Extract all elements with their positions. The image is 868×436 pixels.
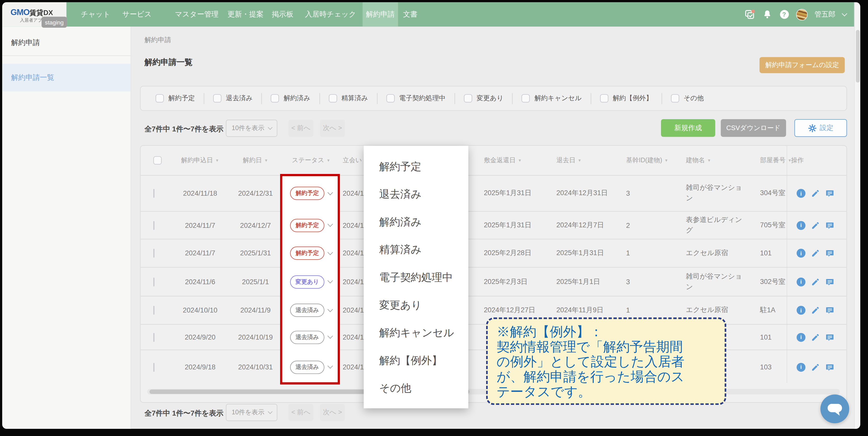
prev-page-button-bottom[interactable]: < 前へ: [288, 404, 313, 421]
create-button[interactable]: 新規作成: [661, 119, 715, 137]
prev-page-button-top[interactable]: < 前へ: [288, 120, 313, 137]
row-checkbox[interactable]: [153, 278, 154, 286]
comment-icon[interactable]: [826, 306, 834, 315]
col-header-room[interactable]: 部屋番号▼: [760, 146, 792, 175]
dropdown-option-cancel-cancelled[interactable]: 解約キャンセル: [364, 319, 468, 347]
info-icon[interactable]: i: [797, 221, 806, 230]
info-icon[interactable]: i: [797, 277, 806, 286]
dropdown-option-cancelled[interactable]: 解約済み: [364, 208, 468, 236]
comment-icon[interactable]: [826, 249, 834, 258]
checkbox-icon[interactable]: [522, 94, 530, 103]
status-badge[interactable]: 解約予定: [290, 219, 324, 232]
comment-icon[interactable]: [826, 221, 834, 230]
dropdown-option-scheduled[interactable]: 解約予定: [364, 153, 468, 181]
edit-pencil-icon[interactable]: [811, 249, 820, 258]
filter-other[interactable]: その他: [671, 94, 704, 103]
edit-pencil-icon[interactable]: [811, 362, 820, 372]
edit-pencil-icon[interactable]: [811, 189, 820, 198]
status-chevron-down-icon[interactable]: [328, 222, 333, 227]
status-chevron-down-icon[interactable]: [328, 333, 333, 339]
sort-icon[interactable]: ▼: [327, 158, 330, 162]
status-badge[interactable]: 退去済み: [290, 330, 324, 344]
dropdown-option-exception[interactable]: 解約【例外】: [364, 347, 468, 375]
row-checkbox[interactable]: [153, 190, 154, 197]
checkbox-icon[interactable]: [671, 94, 679, 103]
col-header-deposit-return[interactable]: 敷金返還日▼: [484, 146, 522, 175]
sort-icon[interactable]: ▼: [215, 158, 219, 162]
comment-icon[interactable]: [826, 362, 834, 372]
nav-item-cancellation[interactable]: 解約申請: [363, 2, 398, 27]
sidebar-item-cancellation-list[interactable]: 解約申請一覧: [2, 64, 131, 92]
status-badge[interactable]: 解約予定: [290, 246, 324, 260]
col-header-cancel-date[interactable]: 解約日▼: [232, 146, 279, 175]
sort-icon[interactable]: ▼: [518, 158, 522, 162]
nav-item-board[interactable]: 掲示板: [269, 2, 297, 27]
sort-icon[interactable]: ▼: [264, 158, 268, 162]
select-all-checkbox[interactable]: [153, 146, 162, 175]
column-settings-button[interactable]: 設定: [794, 119, 847, 137]
col-header-status[interactable]: ステータス▼: [283, 146, 339, 175]
info-icon[interactable]: i: [797, 333, 806, 342]
nav-item-movein-check[interactable]: 入居時チェック: [302, 2, 360, 27]
status-chevron-down-icon[interactable]: [328, 307, 333, 312]
row-checkbox[interactable]: [153, 307, 154, 314]
status-badge[interactable]: 解約予定: [290, 187, 324, 200]
info-icon[interactable]: i: [797, 306, 806, 315]
form-settings-button[interactable]: 解約申請フォームの設定: [760, 57, 844, 73]
page-size-select-bottom[interactable]: 10件を表示: [226, 404, 277, 421]
col-header-base-id[interactable]: 基幹ID(建物)▼: [626, 146, 668, 175]
tasks-icon[interactable]: [744, 9, 755, 20]
nav-item-service[interactable]: サービス: [119, 2, 155, 27]
row-checkbox[interactable]: [153, 249, 154, 257]
nav-item-chat[interactable]: チャット: [78, 2, 114, 27]
checkbox-icon[interactable]: [155, 94, 164, 103]
filter-movedout[interactable]: 退去済み: [213, 94, 253, 103]
info-icon[interactable]: i: [797, 189, 806, 198]
filter-cancel-cancelled[interactable]: 解約キャンセル: [522, 94, 582, 103]
dropdown-option-other[interactable]: その他: [364, 375, 468, 402]
edit-pencil-icon[interactable]: [811, 333, 820, 342]
status-badge[interactable]: 変更あり: [290, 275, 324, 288]
nav-item-documents[interactable]: 文書: [400, 2, 421, 27]
edit-pencil-icon[interactable]: [811, 221, 820, 230]
sort-icon[interactable]: ▼: [707, 158, 711, 162]
status-chevron-down-icon[interactable]: [328, 190, 333, 195]
status-badge[interactable]: 退去済み: [290, 360, 324, 374]
vertical-scrollbar[interactable]: [854, 2, 860, 429]
dropdown-option-movedout[interactable]: 退去済み: [364, 181, 468, 208]
help-icon[interactable]: ?: [780, 10, 789, 19]
page-size-select-top[interactable]: 10件を表示: [226, 120, 277, 137]
col-header-apply-date[interactable]: 解約申込日▼: [174, 146, 226, 175]
col-header-building[interactable]: 建物名▼: [686, 146, 711, 175]
checkbox-icon[interactable]: [386, 94, 395, 103]
vertical-scrollbar-thumb[interactable]: [856, 30, 860, 82]
row-checkbox[interactable]: [153, 222, 154, 229]
checkbox-icon[interactable]: [213, 94, 221, 103]
checkbox-icon[interactable]: [271, 94, 279, 103]
checkbox-icon[interactable]: [600, 94, 609, 103]
dropdown-option-econtract[interactable]: 電子契約処理中: [364, 264, 468, 292]
next-page-button-bottom[interactable]: 次へ >: [320, 404, 345, 421]
status-chevron-down-icon[interactable]: [328, 278, 333, 283]
user-menu-chevron-down-icon[interactable]: [842, 10, 847, 16]
chat-fab-button[interactable]: [820, 395, 849, 423]
next-page-button-top[interactable]: 次へ >: [320, 120, 345, 137]
checkbox-icon[interactable]: [464, 94, 472, 103]
col-header-witness[interactable]: 立会い: [343, 146, 364, 175]
col-header-moveout-date[interactable]: 退去日▼: [556, 146, 582, 175]
status-chevron-down-icon[interactable]: [328, 249, 333, 255]
row-checkbox[interactable]: [153, 333, 154, 341]
filter-cancelled[interactable]: 解約済み: [271, 94, 310, 103]
user-avatar[interactable]: [796, 9, 808, 21]
nav-item-renewal[interactable]: 更新・提案: [224, 2, 267, 27]
status-chevron-down-icon[interactable]: [328, 363, 333, 369]
user-name[interactable]: 管五郎: [815, 10, 835, 19]
info-icon[interactable]: i: [797, 362, 806, 372]
sort-icon[interactable]: ▼: [664, 158, 668, 162]
edit-pencil-icon[interactable]: [811, 277, 820, 286]
filter-settled[interactable]: 精算済み: [329, 94, 368, 103]
sort-icon[interactable]: ▼: [578, 158, 582, 162]
edit-pencil-icon[interactable]: [811, 306, 820, 315]
comment-icon[interactable]: [826, 189, 834, 198]
comment-icon[interactable]: [826, 333, 834, 342]
